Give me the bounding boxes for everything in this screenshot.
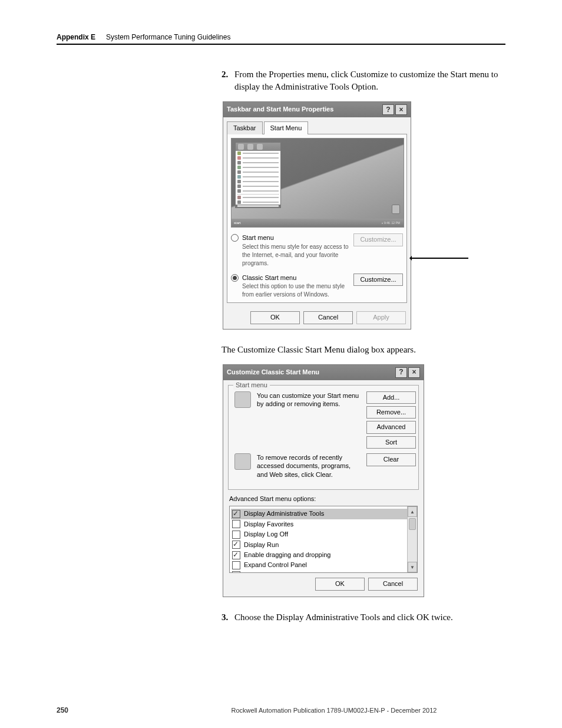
advanced-label: Advanced Start menu options: — [229, 495, 418, 503]
option-label: Display Log Off — [244, 530, 288, 539]
checkbox[interactable] — [232, 531, 240, 539]
customize-classic-dialog: Customize Classic Start Menu ? × Start m… — [223, 364, 424, 597]
close-icon[interactable]: × — [408, 367, 420, 378]
option-label: Display Run — [244, 541, 279, 549]
content-column: 2. From the Properties menu, click Custo… — [222, 68, 505, 624]
caption-text: The Customize Classic Start Menu dialog … — [222, 344, 505, 356]
option-start-menu[interactable]: Start menu Select this menu style for ea… — [231, 233, 403, 267]
option-expand-control-panel[interactable]: Expand Control Panel — [231, 560, 416, 570]
scrollbar[interactable]: ▲ ▼ — [407, 506, 417, 572]
option-label: Enable dragging and dropping — [244, 551, 330, 559]
group-text-1: You can customize your Start menu by add… — [257, 391, 361, 409]
publication-info: Rockwell Automation Publication 1789-UM0… — [163, 707, 505, 714]
dialog-button-row: OK Cancel — [223, 578, 424, 596]
clear-history-icon — [234, 453, 251, 470]
start-menu-preview: start « 9:46 .12 PM — [231, 138, 404, 228]
option-display-favorites[interactable]: Display Favorites — [231, 519, 416, 529]
option-display-run[interactable]: Display Run — [231, 540, 416, 550]
option-label: Expand Control Panel — [244, 561, 307, 569]
page-number: 250 — [57, 706, 68, 714]
menu-mock — [235, 142, 281, 208]
dialog-titlebar[interactable]: Customize Classic Start Menu ? × — [223, 365, 424, 380]
tab-taskbar[interactable]: Taskbar — [227, 121, 263, 134]
tab-panel: start « 9:46 .12 PM Start menu Select th… — [227, 134, 407, 303]
close-icon[interactable]: × — [395, 104, 407, 115]
help-icon[interactable]: ? — [395, 367, 407, 378]
option-display-log-off[interactable]: Display Log Off — [231, 529, 416, 539]
ok-button[interactable]: OK — [250, 311, 300, 324]
dialog-title: Customize Classic Start Menu — [227, 368, 319, 377]
group-label: Start menu — [233, 381, 270, 390]
taskbar-properties-dialog: Taskbar and Start Menu Properties ? × Ta… — [223, 101, 411, 330]
add-button[interactable]: Add... — [366, 391, 416, 404]
step-3: 3. Choose the Display Administrative Too… — [222, 611, 505, 624]
checkbox[interactable] — [232, 571, 240, 573]
group-text-2: To remove records of recently accessed d… — [257, 453, 361, 479]
page-header: Appendix E System Performance Tuning Gui… — [57, 33, 505, 45]
start-button-mock: start — [234, 220, 241, 225]
checkbox[interactable] — [232, 551, 240, 559]
step-text: Choose the Display Administrative Tools … — [234, 612, 453, 622]
scroll-down-icon[interactable]: ▼ — [408, 562, 417, 572]
preview-taskbar: start « 9:46 .12 PM — [232, 219, 404, 227]
step-2: 2. From the Properties menu, click Custo… — [222, 68, 505, 93]
option-title: Start menu — [242, 233, 350, 242]
apply-button: Apply — [356, 311, 406, 324]
callout-arrow-icon — [411, 258, 468, 259]
option-title: Classic Start menu — [242, 274, 350, 282]
tab-start-menu[interactable]: Start Menu — [264, 121, 309, 134]
clear-button[interactable]: Clear — [366, 453, 416, 466]
dialog-title: Taskbar and Start Menu Properties — [227, 105, 333, 114]
header-title: System Performance Tuning Guidelines — [106, 33, 230, 41]
customize-button-disabled: Customize... — [353, 233, 403, 246]
tray-mock: « 9:46 .12 PM — [381, 221, 401, 225]
cancel-button[interactable]: Cancel — [368, 578, 418, 590]
checkbox[interactable] — [232, 561, 240, 569]
dialog-button-row: OK Cancel Apply — [223, 307, 411, 328]
document-page: Appendix E System Performance Tuning Gui… — [0, 0, 562, 728]
checkbox[interactable] — [232, 541, 240, 549]
tab-strip: Taskbar Start Menu — [223, 117, 411, 134]
remove-button[interactable]: Remove... — [366, 406, 416, 419]
option-classic-start-menu[interactable]: Classic Start menu Select this option to… — [231, 274, 403, 299]
option-expand-my-documents[interactable]: Expand My Documents — [231, 571, 416, 574]
start-menu-group: Start menu You can customize your Start … — [228, 385, 419, 490]
ok-button[interactable]: OK — [315, 578, 365, 590]
step-number: 3. — [222, 611, 228, 624]
recycle-bin-icon — [392, 205, 400, 214]
option-label: Display Administrative Tools — [244, 509, 324, 518]
checkbox[interactable] — [232, 520, 240, 528]
advanced-options-list[interactable]: Display Administrative Tools Display Fav… — [229, 506, 418, 573]
dialog-titlebar[interactable]: Taskbar and Start Menu Properties ? × — [223, 102, 411, 117]
cancel-button[interactable]: Cancel — [303, 311, 353, 324]
radio-start-menu[interactable] — [231, 234, 239, 242]
customize-button[interactable]: Customize... — [353, 274, 403, 286]
checkbox[interactable] — [232, 510, 240, 518]
help-icon[interactable]: ? — [382, 104, 394, 115]
step-number: 2. — [222, 68, 228, 81]
advanced-button[interactable]: Advanced — [366, 421, 416, 433]
sort-button[interactable]: Sort — [366, 436, 416, 449]
step-text: From the Properties menu, click Customiz… — [234, 70, 498, 91]
scroll-up-icon[interactable]: ▲ — [408, 506, 417, 517]
option-display-admin-tools[interactable]: Display Administrative Tools — [231, 509, 416, 519]
option-label: Expand My Documents — [244, 571, 311, 574]
option-desc: Select this option to use the menu style… — [242, 282, 350, 299]
appendix-label: Appendix E — [57, 33, 95, 41]
option-desc: Select this menu style for easy access t… — [242, 243, 350, 268]
scroll-thumb[interactable] — [409, 518, 416, 530]
option-label: Display Favorites — [244, 520, 293, 529]
page-footer: 250 Rockwell Automation Publication 1789… — [57, 706, 505, 714]
radio-classic-start-menu[interactable] — [231, 274, 239, 282]
option-enable-dragging[interactable]: Enable dragging and dropping — [231, 550, 416, 560]
customize-icon — [234, 391, 251, 408]
